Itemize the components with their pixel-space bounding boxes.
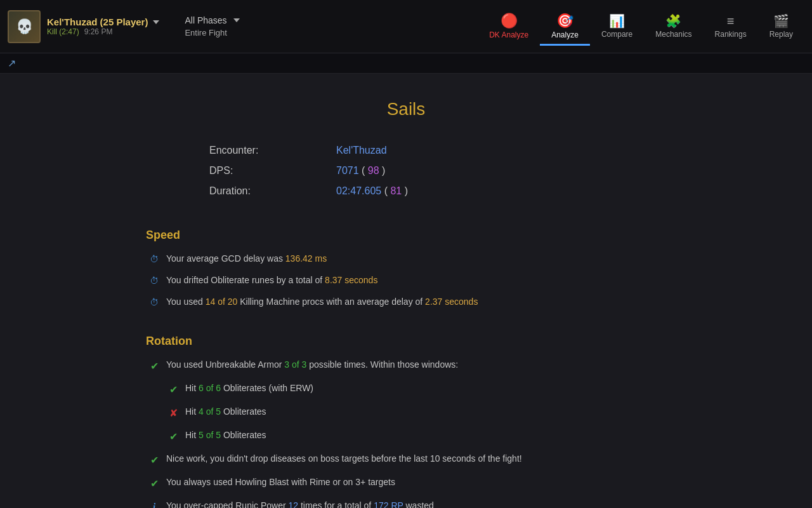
external-link-icon[interactable]: ↗ [8, 57, 16, 69]
replay-icon: 🎬 [773, 15, 789, 27]
rotation-sub-item-2: ✘ Hit 4 of 5 Obliterates [146, 405, 666, 421]
boss-avatar-icon: 💀 [16, 18, 33, 35]
nav-item-mechanics-label: Mechanics [655, 30, 691, 39]
check-icon-sub-1: ✔ [167, 382, 179, 398]
phase-dropdown-arrow [233, 18, 240, 22]
sub-bar: ↗ [0, 53, 812, 74]
nav-item-rankings-label: Rankings [715, 30, 747, 39]
rotation-section: Rotation ✔ You used Unbreakable Armor 3 … [146, 335, 666, 508]
nav-item-compare-label: Compare [601, 30, 632, 39]
nav-icons: 🔴 DK Analyze 🎯 Analyze 📊 Compare 🧩 Mecha… [478, 8, 804, 46]
boss-avatar: 💀 [8, 10, 41, 43]
speed-item-3: ⏱ You used 14 of 20 Killing Machine proc… [146, 295, 666, 309]
nav-item-rankings[interactable]: ≡ Rankings [704, 8, 758, 45]
clock-icon-1: ⏱ [148, 253, 160, 266]
main-content: Sails Encounter: Kel'Thuzad DPS: 7071 ( … [121, 74, 691, 508]
rotation-item-1: ✔ You used Unbreakable Armor 3 of 3 poss… [146, 358, 666, 374]
duration-value: 02:47.605 ( 81 ) [336, 185, 666, 197]
nav-item-analyze-label: Analyze [551, 30, 579, 39]
cross-icon-sub-2: ✘ [167, 406, 179, 421]
speed-item-2: ⏱ You drifted Obliterate runes by a tota… [146, 274, 666, 288]
analyze-icon: 🎯 [556, 14, 573, 28]
nav-item-dk-analyze-label: DK Analyze [489, 30, 528, 39]
phase-selector[interactable]: All Phases Entire Fight [185, 15, 239, 37]
boss-kill-time: Kill (2:47) 9:26 PM [47, 27, 159, 36]
page-title: Sails [146, 99, 666, 119]
dk-analyze-icon: 🔴 [501, 14, 518, 28]
boss-meta: Kel'Thuzad (25 Player) Kill (2:47) 9:26 … [47, 17, 159, 36]
check-icon-2: ✔ [148, 453, 160, 468]
check-icon-1: ✔ [148, 359, 160, 374]
nav-item-replay-label: Replay [769, 30, 793, 39]
dps-value: 7071 ( 98 ) [336, 165, 666, 177]
rotation-item-2: ✔ Nice work, you didn't drop diseases on… [146, 452, 666, 468]
phase-title[interactable]: All Phases [185, 15, 239, 25]
encounter-label: Encounter: [209, 145, 336, 156]
encounter-name: Kel'Thuzad [336, 145, 666, 156]
speed-section: Speed ⏱ Your average GCD delay was 136.4… [146, 229, 666, 309]
duration-label: Duration: [209, 185, 336, 197]
encounter-info: Encounter: Kel'Thuzad DPS: 7071 ( 98 ) D… [146, 145, 666, 197]
rotation-item-4: i You over-capped Runic Power 12 times f… [146, 499, 666, 508]
boss-name[interactable]: Kel'Thuzad (25 Player) [47, 17, 159, 27]
boss-info: 💀 Kel'Thuzad (25 Player) Kill (2:47) 9:2… [8, 10, 159, 43]
nav-item-analyze[interactable]: 🎯 Analyze [540, 8, 590, 46]
rotation-sub-item-1: ✔ Hit 6 of 6 Obliterates (with ERW) [146, 382, 666, 398]
clock-icon-2: ⏱ [148, 274, 160, 288]
info-icon-1: i [148, 500, 160, 508]
check-icon-3: ✔ [148, 476, 160, 491]
nav-item-replay[interactable]: 🎬 Replay [758, 8, 804, 45]
nav-item-compare[interactable]: 📊 Compare [590, 8, 644, 45]
boss-dropdown-arrow [153, 20, 159, 24]
speed-title: Speed [146, 229, 666, 242]
rotation-item-3: ✔ You always used Howling Blast with Rim… [146, 476, 666, 491]
nav-item-mechanics[interactable]: 🧩 Mechanics [644, 8, 703, 45]
compare-icon: 📊 [609, 15, 625, 27]
speed-item-1: ⏱ Your average GCD delay was 136.42 ms [146, 252, 666, 266]
clock-icon-3: ⏱ [148, 296, 160, 309]
top-navigation: 💀 Kel'Thuzad (25 Player) Kill (2:47) 9:2… [0, 0, 812, 53]
phase-subtitle: Entire Fight [185, 28, 239, 37]
mechanics-icon: 🧩 [665, 15, 681, 27]
dps-label: DPS: [209, 165, 336, 177]
nav-item-dk-analyze[interactable]: 🔴 DK Analyze [478, 8, 540, 46]
check-icon-sub-3: ✔ [167, 429, 179, 444]
rankings-icon: ≡ [727, 15, 735, 27]
rotation-sub-item-3: ✔ Hit 5 of 5 Obliterates [146, 429, 666, 444]
rotation-title: Rotation [146, 335, 666, 348]
